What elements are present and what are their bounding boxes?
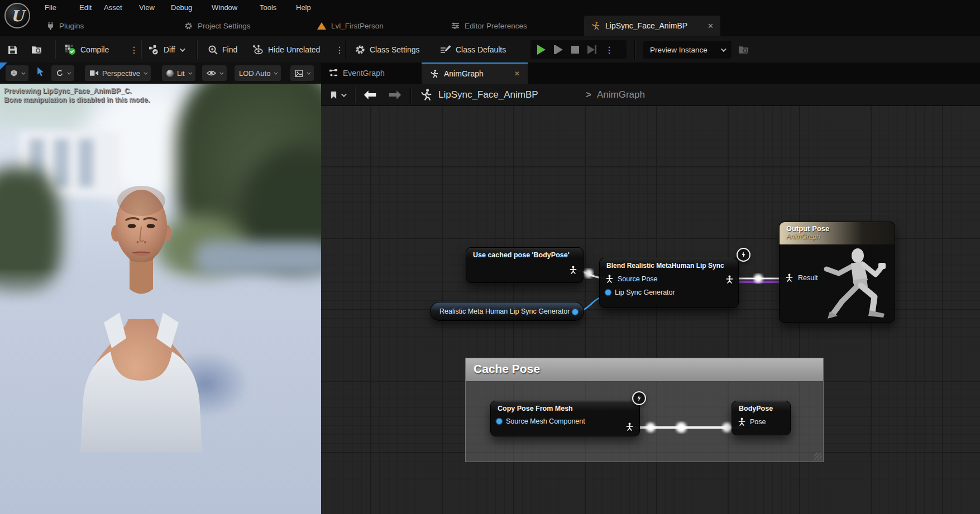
node-use-cached-pose[interactable]: Use cached pose 'BodyPose'	[466, 247, 584, 283]
stop-button[interactable]	[571, 46, 579, 54]
pose-output-pin[interactable]	[725, 275, 734, 285]
top-chrome: U File Edit Asset View Debug Window Tool…	[0, 0, 980, 36]
save-button[interactable]	[8, 36, 17, 63]
transform-gizmo-dropdown[interactable]	[6, 65, 28, 81]
menu-edit[interactable]: Edit	[77, 0, 94, 16]
pin-label: Pose	[750, 418, 766, 426]
node-subtitle: AnimGraph	[786, 233, 888, 241]
tab-lipsync-face-animbp[interactable]: LipSync_Face_AnimBP ✕	[584, 16, 720, 36]
level-warning-icon	[317, 22, 326, 30]
pose-output-pin[interactable]	[625, 422, 634, 433]
node-lipsync-generator-variable[interactable]: Realistic Meta Human Lip Sync Generator	[430, 302, 584, 321]
chevron-down-icon	[307, 70, 310, 74]
unreal-logo-icon[interactable]: U	[4, 3, 30, 28]
tab-eventgraph[interactable]: EventGraph	[321, 63, 393, 84]
close-icon[interactable]: ✕	[707, 22, 714, 30]
toolbar-separator	[197, 40, 197, 59]
browse-preview-button[interactable]	[738, 36, 749, 63]
find-button[interactable]: Find	[208, 36, 237, 63]
tab-lvl-firstperson[interactable]: Lvl_FirstPerson	[317, 16, 384, 36]
compile-label: Compile	[80, 45, 109, 54]
fast-path-lightning-icon	[632, 391, 646, 405]
tab-animgraph[interactable]: AnimGraph ✕	[422, 63, 528, 84]
animgraph-canvas[interactable]: Cache Pose Use cached pose 'BodyPose'	[321, 106, 980, 514]
bookmark-dropdown[interactable]	[330, 84, 345, 106]
compile-options-button[interactable]: ⋮	[130, 36, 138, 63]
browse-asset-button[interactable]	[31, 36, 42, 63]
menu-tools[interactable]: Tools	[257, 0, 279, 16]
node-save-cached-pose-bodypose[interactable]: BodyPose Pose	[732, 401, 791, 435]
skip-to-end-button[interactable]	[587, 45, 596, 54]
metahuman-bust	[67, 173, 218, 452]
menu-asset[interactable]: Asset	[102, 0, 125, 16]
breadcrumb-chevron: >	[586, 84, 591, 106]
node-header: Output Pose AnimGraph	[780, 222, 895, 244]
play-controls-group: ⋮	[530, 40, 627, 59]
pin-source-pose[interactable]: Source Pose	[600, 272, 738, 286]
screenshot-dropdown[interactable]	[290, 65, 314, 81]
tab-project-settings[interactable]: Project Settings	[184, 16, 251, 36]
node-title: Use cached pose 'BodyPose'	[466, 248, 583, 261]
node-output-pose[interactable]: Output Pose AnimGraph Result	[779, 222, 895, 323]
nav-forward-button[interactable]	[388, 84, 403, 106]
menu-file[interactable]: File	[42, 0, 59, 16]
lod-dropdown[interactable]: LOD Auto	[235, 65, 281, 81]
breadcrumb-current[interactable]: AnimGraph	[597, 84, 645, 106]
play-button[interactable]	[537, 45, 546, 55]
tab-lvl-firstperson-label: Lvl_FirstPerson	[331, 22, 384, 30]
animbp-runner-icon	[591, 21, 600, 31]
menu-window[interactable]: Window	[209, 0, 240, 16]
select-cursor-button[interactable]	[37, 67, 44, 79]
variable-label: Realistic Meta Human Lip Sync Generator	[439, 308, 570, 315]
preview-viewport[interactable]: Previewing LipSync_Face_AnimBP_C. Bone m…	[0, 84, 321, 514]
hide-unrelated-options-button[interactable]: ⋮	[335, 36, 344, 63]
menu-debug[interactable]: Debug	[169, 0, 194, 16]
class-settings-label: Class Settings	[370, 45, 419, 54]
node-title: Output Pose	[786, 224, 888, 233]
frame-skip-button[interactable]	[554, 45, 563, 54]
object-output-pin[interactable]	[572, 309, 578, 315]
preview-instance-dropdown[interactable]: Preview Instance	[643, 41, 732, 59]
pose-output-pin[interactable]	[569, 266, 577, 276]
nav-back-button[interactable]	[362, 84, 377, 106]
plug-icon	[47, 22, 54, 30]
tab-plugins[interactable]: Plugins	[47, 16, 84, 36]
chevron-down-icon	[144, 70, 147, 74]
chevron-down-icon	[188, 70, 192, 74]
tab-editor-preferences[interactable]: Editor Preferences	[451, 16, 527, 36]
node-copy-pose-from-mesh[interactable]: Copy Pose From Mesh Source Mesh Componen…	[490, 401, 640, 436]
breadcrumb-root[interactable]: LipSync_Face_AnimBP	[438, 84, 538, 106]
previewing-line: Previewing LipSync_Face_AnimBP_C.	[4, 87, 150, 95]
asset-runner-icon	[419, 84, 433, 106]
object-pin-icon	[605, 290, 611, 295]
comment-title[interactable]: Cache Pose	[466, 358, 823, 381]
eye-icon	[207, 70, 216, 76]
node-blend-lipsync[interactable]: Blend Realistic MetaHuman Lip Sync Sourc…	[599, 258, 739, 308]
perspective-dropdown[interactable]: Perspective	[85, 65, 151, 81]
pin-pose[interactable]: Pose	[732, 415, 790, 429]
node-title: Copy Pose From Mesh	[491, 401, 639, 415]
hide-unrelated-button[interactable]: Hide Unrelated	[252, 36, 320, 63]
menu-view[interactable]: View	[137, 0, 157, 16]
play-options-button[interactable]: ⋮	[605, 45, 614, 55]
diff-button[interactable]: Diff	[149, 36, 184, 63]
chevron-down-icon	[21, 70, 25, 74]
close-icon[interactable]: ✕	[514, 70, 520, 78]
show-flags-dropdown[interactable]	[202, 65, 227, 81]
rotation-snap-dropdown[interactable]	[51, 65, 74, 81]
class-defaults-button[interactable]: Class Defaults	[440, 36, 506, 63]
pin-label: Source Pose	[618, 275, 658, 283]
comment-resize-handle[interactable]	[814, 453, 822, 460]
pin-lipsync-generator[interactable]: Lip Sync Generator	[600, 286, 738, 299]
pin-source-mesh-component[interactable]: Source Mesh Component	[491, 415, 639, 428]
compile-icon	[65, 44, 76, 55]
chevron-down-icon	[341, 92, 347, 97]
pin-result[interactable]: Result	[785, 273, 818, 282]
class-settings-button[interactable]: Class Settings	[355, 36, 419, 63]
lit-mode-dropdown[interactable]: Lit	[162, 65, 195, 81]
cursor-icon	[37, 67, 44, 76]
menu-help[interactable]: Help	[294, 0, 313, 16]
compile-button[interactable]: Compile	[65, 36, 109, 63]
image-icon	[295, 70, 303, 77]
node-title: Blend Realistic MetaHuman Lip Sync	[600, 258, 738, 272]
